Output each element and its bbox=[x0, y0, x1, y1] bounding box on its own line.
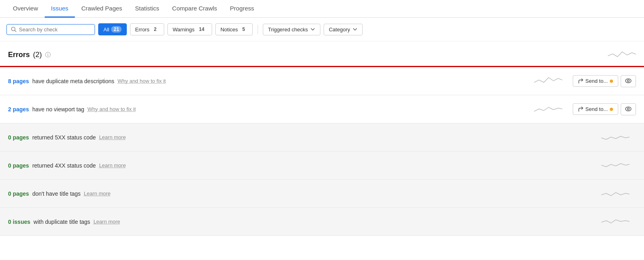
svg-point-3 bbox=[627, 80, 630, 82]
search-input[interactable] bbox=[19, 27, 91, 33]
filter-warnings-button[interactable]: Warnings 14 bbox=[167, 23, 212, 35]
issue-row-no-title: 0 pages don't have title tags Learn more bbox=[0, 180, 644, 208]
issue-row-5xx: 0 pages returned 5XX status code Learn m… bbox=[0, 123, 644, 151]
issue-text-duplicate-title: 0 issues with duplicate title tags Learn… bbox=[8, 219, 597, 225]
svg-point-2 bbox=[625, 79, 631, 83]
filter-divider bbox=[258, 25, 258, 34]
eye-button-viewport[interactable] bbox=[621, 103, 636, 115]
chevron-down-icon bbox=[353, 27, 357, 32]
triggered-checks-dropdown[interactable]: Triggered checks bbox=[263, 24, 320, 35]
category-dropdown[interactable]: Category bbox=[324, 24, 363, 35]
tab-compare-crawls[interactable]: Compare Crawls bbox=[166, 0, 224, 18]
learn-more-4xx[interactable]: Learn more bbox=[99, 162, 126, 168]
filter-errors-button[interactable]: Errors 2 bbox=[130, 23, 164, 35]
eye-icon bbox=[625, 78, 632, 83]
tab-issues[interactable]: Issues bbox=[45, 0, 75, 18]
issue-sparkline-duplicate-title bbox=[601, 215, 630, 228]
tab-crawled-pages[interactable]: Crawled Pages bbox=[75, 0, 129, 18]
filter-all-button[interactable]: All 21 bbox=[98, 23, 127, 35]
issue-text-no-viewport: 2 pages have no viewport tag Why and how… bbox=[8, 106, 530, 113]
learn-more-duplicate-title[interactable]: Learn more bbox=[93, 219, 120, 225]
chevron-down-icon bbox=[310, 27, 315, 32]
info-icon: ⓘ bbox=[45, 51, 51, 59]
issue-sparkline-duplicate-meta bbox=[534, 74, 562, 88]
main-content: Errors (2) ⓘ 8 pages have duplicate meta… bbox=[0, 41, 644, 236]
issue-row-duplicate-meta: 8 pages have duplicate meta descriptions… bbox=[0, 67, 644, 95]
issue-count-duplicate-title: 0 issues bbox=[8, 219, 30, 225]
issue-row-duplicate-title: 0 issues with duplicate title tags Learn… bbox=[0, 208, 644, 236]
filter-notices-button[interactable]: Notices 5 bbox=[215, 23, 253, 35]
issue-text-5xx: 0 pages returned 5XX status code Learn m… bbox=[8, 134, 597, 141]
errors-count: (2) bbox=[33, 51, 42, 59]
issue-count-no-title: 0 pages bbox=[8, 190, 29, 197]
issue-sparkline-no-title bbox=[601, 187, 630, 200]
issue-sparkline-5xx bbox=[601, 131, 630, 144]
send-to-button-duplicate-meta[interactable]: Send to... bbox=[573, 75, 618, 87]
why-fix-link-duplicate-meta[interactable]: Why and how to fix it bbox=[118, 78, 166, 84]
tab-progress[interactable]: Progress bbox=[223, 0, 260, 18]
issue-pages-link[interactable]: 8 pages bbox=[8, 78, 29, 84]
search-input-wrap bbox=[6, 24, 95, 35]
svg-line-1 bbox=[15, 31, 17, 32]
share-icon bbox=[578, 106, 583, 112]
issue-row-4xx: 0 pages returned 4XX status code Learn m… bbox=[0, 151, 644, 180]
issue-pages-link-viewport[interactable]: 2 pages bbox=[8, 106, 29, 113]
issue-text-4xx: 0 pages returned 4XX status code Learn m… bbox=[8, 162, 597, 169]
errors-title: Errors bbox=[8, 51, 30, 59]
learn-more-no-title[interactable]: Learn more bbox=[84, 190, 110, 197]
issue-count-4xx: 0 pages bbox=[8, 162, 29, 169]
issue-row-no-viewport: 2 pages have no viewport tag Why and how… bbox=[0, 95, 644, 123]
search-icon bbox=[11, 27, 17, 32]
share-icon bbox=[578, 78, 583, 84]
action-btns-duplicate-meta: Send to... bbox=[573, 75, 636, 87]
errors-section-header: Errors (2) ⓘ bbox=[0, 41, 644, 66]
issue-count-5xx: 0 pages bbox=[8, 134, 29, 141]
eye-button-duplicate-meta[interactable] bbox=[621, 75, 636, 87]
section-graph-sparkline bbox=[608, 48, 636, 62]
action-btns-viewport: Send to... bbox=[573, 103, 636, 115]
send-dot bbox=[610, 80, 613, 83]
why-fix-link-viewport[interactable]: Why and how to fix it bbox=[87, 106, 136, 112]
svg-point-4 bbox=[625, 107, 631, 111]
tab-statistics[interactable]: Statistics bbox=[129, 0, 166, 18]
issue-sparkline-4xx bbox=[601, 159, 630, 172]
tab-overview[interactable]: Overview bbox=[6, 0, 45, 18]
svg-point-5 bbox=[627, 108, 630, 110]
filter-bar: All 21 Errors 2 Warnings 14 Notices 5 Tr… bbox=[0, 18, 644, 41]
learn-more-5xx[interactable]: Learn more bbox=[99, 134, 126, 140]
send-dot bbox=[610, 108, 613, 111]
issue-text-no-title: 0 pages don't have title tags Learn more bbox=[8, 190, 597, 197]
tabs-bar: Overview Issues Crawled Pages Statistics… bbox=[0, 0, 644, 18]
send-to-button-viewport[interactable]: Send to... bbox=[573, 103, 618, 115]
eye-icon bbox=[625, 106, 632, 111]
issue-text-duplicate-meta: 8 pages have duplicate meta descriptions… bbox=[8, 78, 530, 84]
issue-sparkline-viewport bbox=[534, 102, 562, 116]
